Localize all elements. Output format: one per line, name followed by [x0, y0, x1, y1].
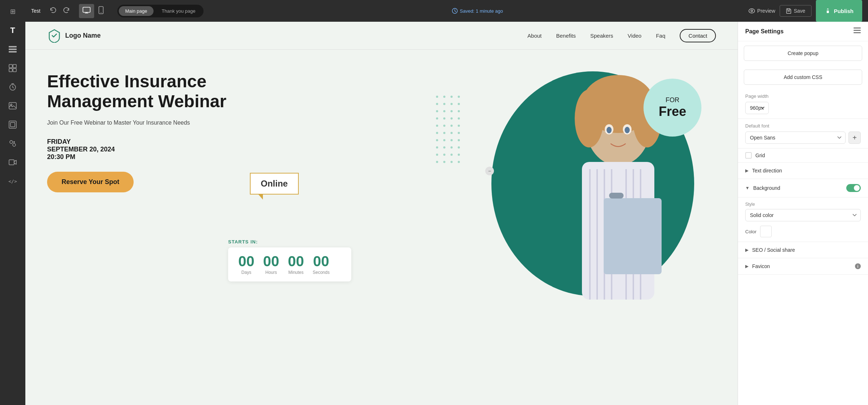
svg-point-55: [436, 154, 438, 156]
svg-point-62: [458, 161, 460, 163]
hero-left: Effective Insurance Management Webinar J…: [47, 71, 235, 192]
svg-point-21: [751, 10, 753, 12]
page-tabs: Main page Thank you page: [117, 5, 204, 17]
event-time: 20:30 PM: [47, 153, 235, 161]
svg-point-49: [450, 139, 453, 141]
widget-icon[interactable]: [5, 60, 21, 76]
svg-point-79: [607, 127, 612, 133]
create-popup-button[interactable]: Create popup: [744, 46, 862, 61]
nav-benefits[interactable]: Benefits: [556, 33, 576, 39]
svg-rect-1: [9, 49, 17, 50]
desktop-btn[interactable]: [79, 4, 94, 18]
add-css-button[interactable]: Add custom CSS: [744, 70, 862, 85]
video-icon[interactable]: [5, 154, 21, 170]
bg-style-label: Style: [745, 202, 861, 207]
svg-point-25: [450, 96, 453, 98]
grid-label: Grid: [755, 153, 765, 158]
svg-point-45: [450, 132, 453, 134]
svg-rect-11: [11, 122, 15, 127]
image-icon[interactable]: [5, 98, 21, 114]
svg-point-58: [458, 154, 460, 156]
rows-icon[interactable]: [5, 41, 21, 57]
nav-contact[interactable]: Contact: [680, 29, 716, 42]
svg-point-30: [458, 103, 460, 105]
svg-point-54: [458, 146, 460, 149]
svg-point-57: [450, 154, 453, 156]
add-font-button[interactable]: +: [848, 131, 861, 144]
event-details: FRIDAY SEPTEMBER 20, 2024 20:30 PM: [47, 138, 235, 161]
svg-point-40: [443, 125, 445, 127]
background-toggle[interactable]: [846, 184, 861, 192]
logo-icon: [47, 28, 62, 43]
navbar: Logo Name About Benefits Speakers Video …: [25, 22, 738, 50]
publish-button[interactable]: Publish: [816, 0, 862, 22]
default-font-select[interactable]: Open Sans: [745, 131, 846, 144]
undo-redo-group: [48, 5, 72, 17]
layout-icon[interactable]: [5, 117, 21, 133]
svg-point-29: [450, 103, 453, 105]
svg-point-50: [458, 139, 460, 141]
svg-point-47: [436, 139, 438, 141]
favicon-section[interactable]: ▶ Favicon i: [738, 258, 868, 275]
svg-rect-75: [604, 198, 662, 274]
svg-point-12: [10, 141, 13, 143]
svg-rect-6: [13, 68, 16, 72]
saved-indicator: Saved: 1 minute ago: [452, 8, 503, 14]
grid-icon[interactable]: ⊞: [5, 4, 21, 20]
seo-chevron: ▶: [745, 247, 749, 252]
preview-button[interactable]: Preview: [749, 8, 775, 14]
text-direction-section[interactable]: ▶ Text direction: [738, 163, 868, 179]
starts-in-label: STARTS IN:: [228, 239, 351, 245]
nav-about[interactable]: About: [528, 33, 542, 39]
text-direction-label: Text direction: [752, 168, 861, 174]
bg-style-select[interactable]: Solid color: [745, 209, 861, 221]
code-icon[interactable]: </>: [5, 173, 21, 189]
mobile-btn[interactable]: [95, 4, 107, 18]
reserve-button[interactable]: Reserve Your Spot: [47, 172, 134, 192]
grid-row: Grid: [738, 149, 868, 163]
background-section-header[interactable]: ▼ Background: [738, 179, 868, 197]
nav-faq[interactable]: Faq: [656, 33, 665, 39]
svg-rect-4: [13, 64, 16, 68]
collapse-panel-btn[interactable]: −: [485, 167, 494, 175]
svg-point-51: [436, 146, 438, 149]
website-preview: − Logo Name About Benefits Speakers: [25, 22, 738, 405]
svg-point-56: [443, 154, 445, 156]
svg-point-61: [450, 161, 453, 163]
favicon-chevron: ▶: [745, 264, 749, 269]
undo-button[interactable]: [48, 5, 59, 17]
svg-point-41: [450, 125, 453, 127]
svg-point-43: [436, 132, 438, 134]
svg-point-65: [575, 89, 604, 147]
for-text: FOR: [666, 96, 679, 104]
default-font-section: Default font Open Sans +: [738, 119, 868, 149]
page-width-select[interactable]: 960px: [745, 102, 769, 114]
canvas-area[interactable]: − Logo Name About Benefits Speakers: [25, 22, 738, 405]
svg-point-23: [436, 96, 438, 98]
bg-color-swatch[interactable]: [760, 226, 772, 237]
svg-rect-22: [827, 11, 829, 13]
hero-section: FOR Free: [25, 50, 738, 303]
nav-links: About Benefits Speakers Video Faq Contac…: [528, 29, 716, 42]
save-button[interactable]: Save: [780, 5, 812, 17]
countdown-days: 00 Days: [238, 254, 255, 275]
svg-rect-0: [9, 46, 17, 47]
nav-speakers[interactable]: Speakers: [590, 33, 613, 39]
nav-video[interactable]: Video: [628, 33, 641, 39]
panel-menu-icon[interactable]: [854, 28, 861, 35]
integrations-icon[interactable]: [5, 135, 21, 151]
text-icon[interactable]: T: [5, 22, 21, 38]
svg-point-46: [458, 132, 460, 134]
thank-you-page-tab[interactable]: Thank you page: [155, 6, 202, 16]
main-page-tab[interactable]: Main page: [119, 6, 154, 16]
svg-point-33: [450, 110, 453, 112]
svg-rect-82: [854, 30, 861, 31]
timer-icon[interactable]: [5, 79, 21, 95]
redo-button[interactable]: [61, 5, 72, 17]
svg-rect-83: [854, 32, 861, 33]
seo-label: SEO / Social share: [752, 247, 861, 253]
bg-color-row: Color: [745, 226, 861, 237]
seo-section[interactable]: ▶ SEO / Social share: [738, 242, 868, 258]
logo-name: Logo Name: [65, 32, 101, 39]
grid-checkbox[interactable]: [745, 152, 752, 159]
